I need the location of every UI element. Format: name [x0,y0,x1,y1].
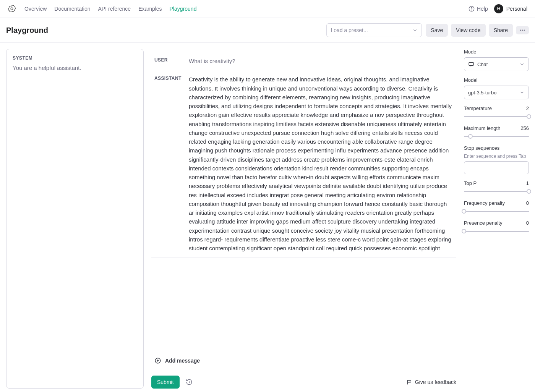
system-panel[interactable]: SYSTEM You are a helpful assistant. [6,49,144,389]
main: SYSTEM You are a helpful assistant. USER… [0,43,535,392]
chevron-down-icon [519,90,525,95]
svg-point-2 [472,10,472,10]
chat-icon [468,61,474,67]
help-icon [469,6,475,12]
save-button[interactable]: Save [426,24,448,37]
avatar: H [494,4,503,13]
mode-label: Mode [464,49,529,55]
plus-circle-icon [154,357,161,364]
more-button[interactable] [516,26,529,34]
nav-links: OverviewDocumentationAPI referenceExampl… [24,6,469,12]
max-length-slider[interactable] [464,134,529,139]
message-row[interactable]: ASSISTANTCreativity is the ability to ge… [151,70,456,258]
stop-input[interactable] [464,161,529,174]
temperature-label: Temperature [464,105,492,111]
submit-button[interactable]: Submit [151,376,180,389]
pres-penalty-value: 0 [526,220,529,226]
model-label: Model [464,77,529,83]
feedback-label: Give us feedback [415,379,456,385]
model-select[interactable]: gpt-3.5-turbo [464,86,529,99]
bottom-bar: Submit Give us feedback [151,369,456,389]
svg-point-4 [522,30,523,31]
logo-icon [8,5,24,13]
add-message-button[interactable]: Add message [151,352,456,369]
svg-point-5 [524,30,525,31]
max-length-label: Maximum length [464,125,500,131]
max-length-value: 256 [520,125,529,131]
nav-link-api-reference[interactable]: API reference [98,6,131,12]
history-icon[interactable] [186,379,193,386]
message-row[interactable]: USERWhat is creativity? [151,52,456,70]
preset-select[interactable]: Load a preset... [326,23,422,37]
sub-header: Playground Load a preset... Save View co… [0,18,535,43]
message-role: USER [154,57,189,65]
top-nav: OverviewDocumentationAPI referenceExampl… [0,0,535,18]
nav-link-playground[interactable]: Playground [170,6,197,12]
help-link[interactable]: Help [469,6,488,12]
top-p-value: 1 [526,180,529,186]
chevron-down-icon [412,28,418,33]
top-p-slider[interactable] [464,189,529,194]
page-title: Playground [6,26,326,35]
conversation: USERWhat is creativity?ASSISTANTCreativi… [151,49,456,389]
stop-hint: Enter sequence and press Tab [464,154,529,159]
top-p-label: Top P [464,180,477,186]
add-message-label: Add message [165,358,200,364]
share-button[interactable]: Share [489,24,513,37]
freq-penalty-label: Frequency penalty [464,200,505,206]
system-text: You are a helpful assistant. [13,65,137,71]
nav-link-examples[interactable]: Examples [138,6,162,12]
message-content: Creativity is the ability to generate ne… [189,75,453,253]
message-role: ASSISTANT [154,75,189,253]
stop-label: Stop sequences [464,145,529,151]
svg-point-3 [520,30,521,31]
account-menu[interactable]: H Personal [494,4,527,13]
account-name: Personal [506,6,527,12]
messages: USERWhat is creativity?ASSISTANTCreativi… [151,52,456,352]
freq-penalty-value: 0 [526,200,529,206]
pres-penalty-label: Presence penalty [464,220,502,226]
temperature-value: 2 [526,105,529,111]
preset-placeholder: Load a preset... [331,27,368,33]
message-content: What is creativity? [189,57,453,65]
settings-sidebar: Mode Chat Model gpt-3.5-turbo Temperatur [464,49,529,389]
system-label: SYSTEM [13,55,137,61]
help-label: Help [477,6,488,12]
feedback-link[interactable]: Give us feedback [407,379,456,385]
mode-select[interactable]: Chat [464,57,529,71]
temperature-slider[interactable] [464,114,529,119]
nav-link-overview[interactable]: Overview [24,6,47,12]
view-code-button[interactable]: View code [451,24,485,37]
svg-rect-7 [469,62,473,65]
pres-penalty-slider[interactable] [464,228,529,234]
flag-icon [407,379,412,385]
nav-link-documentation[interactable]: Documentation [54,6,90,12]
chevron-down-icon [519,62,525,67]
freq-penalty-slider[interactable] [464,209,529,214]
svg-point-0 [11,8,13,10]
